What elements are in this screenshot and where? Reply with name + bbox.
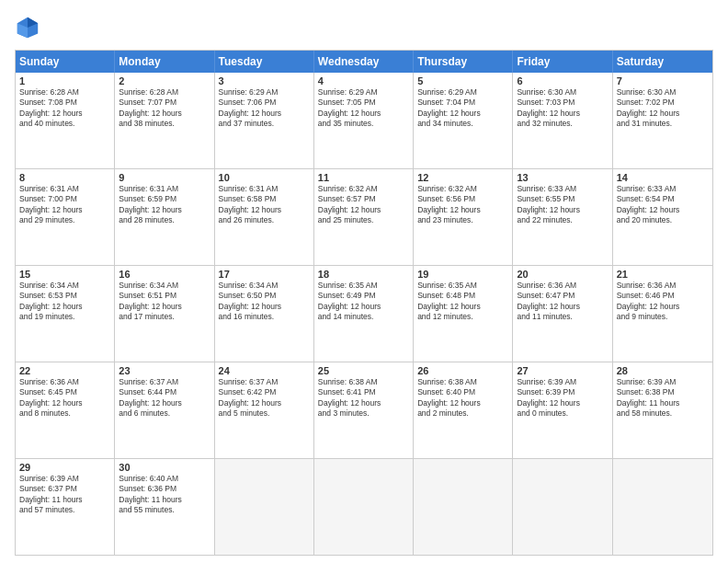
day-number: 12 xyxy=(417,172,508,183)
day-cell: 19Sunrise: 6:35 AM Sunset: 6:48 PM Dayli… xyxy=(414,266,513,362)
header xyxy=(15,15,713,40)
day-info: Sunrise: 6:38 AM Sunset: 6:41 PM Dayligh… xyxy=(318,377,409,419)
day-number: 13 xyxy=(517,172,608,183)
day-cell: 3Sunrise: 6:29 AM Sunset: 7:06 PM Daylig… xyxy=(215,73,314,168)
day-number: 22 xyxy=(19,365,110,376)
day-cell: 7Sunrise: 6:30 AM Sunset: 7:02 PM Daylig… xyxy=(613,73,712,168)
day-cell: 5Sunrise: 6:29 AM Sunset: 7:04 PM Daylig… xyxy=(414,73,513,168)
day-cell: 8Sunrise: 6:31 AM Sunset: 7:00 PM Daylig… xyxy=(16,169,115,265)
day-cell: 14Sunrise: 6:33 AM Sunset: 6:54 PM Dayli… xyxy=(613,169,712,265)
day-number: 6 xyxy=(517,75,608,86)
day-cell: 25Sunrise: 6:38 AM Sunset: 6:41 PM Dayli… xyxy=(314,362,414,458)
day-cell: 23Sunrise: 6:37 AM Sunset: 6:44 PM Dayli… xyxy=(115,362,214,458)
day-cell: 12Sunrise: 6:32 AM Sunset: 6:56 PM Dayli… xyxy=(414,169,513,265)
day-number: 28 xyxy=(617,365,709,376)
day-info: Sunrise: 6:31 AM Sunset: 6:58 PM Dayligh… xyxy=(219,184,310,226)
day-number: 7 xyxy=(617,75,709,86)
day-cell: 10Sunrise: 6:31 AM Sunset: 6:58 PM Dayli… xyxy=(215,169,314,265)
day-cell: 6Sunrise: 6:30 AM Sunset: 7:03 PM Daylig… xyxy=(513,73,612,168)
day-info: Sunrise: 6:36 AM Sunset: 6:47 PM Dayligh… xyxy=(517,281,608,323)
day-number: 11 xyxy=(318,172,409,183)
day-cell: 15Sunrise: 6:34 AM Sunset: 6:53 PM Dayli… xyxy=(16,266,115,362)
day-info: Sunrise: 6:34 AM Sunset: 6:51 PM Dayligh… xyxy=(119,281,210,323)
day-cell: 20Sunrise: 6:36 AM Sunset: 6:47 PM Dayli… xyxy=(513,266,612,362)
day-header: Friday xyxy=(513,51,612,73)
weeks-container: 1Sunrise: 6:28 AM Sunset: 7:08 PM Daylig… xyxy=(16,73,712,555)
day-info: Sunrise: 6:33 AM Sunset: 6:55 PM Dayligh… xyxy=(517,184,608,226)
week-row: 29Sunrise: 6:39 AM Sunset: 6:37 PM Dayli… xyxy=(16,459,712,555)
day-header: Saturday xyxy=(613,51,712,73)
day-cell: 13Sunrise: 6:33 AM Sunset: 6:55 PM Dayli… xyxy=(513,169,612,265)
day-cell: 16Sunrise: 6:34 AM Sunset: 6:51 PM Dayli… xyxy=(115,266,214,362)
day-number: 8 xyxy=(19,172,110,183)
day-number: 3 xyxy=(219,75,310,86)
day-cell xyxy=(414,459,513,555)
logo xyxy=(15,15,46,40)
day-cell: 28Sunrise: 6:39 AM Sunset: 6:38 PM Dayli… xyxy=(613,362,712,458)
day-info: Sunrise: 6:34 AM Sunset: 6:50 PM Dayligh… xyxy=(219,281,310,323)
page-container: SundayMondayTuesdayWednesdayThursdayFrid… xyxy=(0,0,728,563)
day-number: 1 xyxy=(19,75,110,86)
day-cell xyxy=(314,459,414,555)
day-number: 29 xyxy=(19,462,110,473)
day-info: Sunrise: 6:30 AM Sunset: 7:03 PM Dayligh… xyxy=(517,87,608,130)
day-info: Sunrise: 6:32 AM Sunset: 6:56 PM Dayligh… xyxy=(417,184,508,226)
day-cell: 30Sunrise: 6:40 AM Sunset: 6:36 PM Dayli… xyxy=(115,459,214,555)
day-info: Sunrise: 6:36 AM Sunset: 6:45 PM Dayligh… xyxy=(19,377,110,419)
day-number: 10 xyxy=(219,172,310,183)
day-info: Sunrise: 6:35 AM Sunset: 6:49 PM Dayligh… xyxy=(318,281,409,323)
day-cell: 27Sunrise: 6:39 AM Sunset: 6:39 PM Dayli… xyxy=(513,362,612,458)
day-number: 17 xyxy=(219,269,310,280)
day-info: Sunrise: 6:29 AM Sunset: 7:04 PM Dayligh… xyxy=(417,87,508,130)
day-info: Sunrise: 6:31 AM Sunset: 7:00 PM Dayligh… xyxy=(19,184,110,226)
day-cell: 4Sunrise: 6:29 AM Sunset: 7:05 PM Daylig… xyxy=(314,73,414,168)
day-cell: 26Sunrise: 6:38 AM Sunset: 6:40 PM Dayli… xyxy=(414,362,513,458)
day-cell: 9Sunrise: 6:31 AM Sunset: 6:59 PM Daylig… xyxy=(115,169,214,265)
day-number: 21 xyxy=(617,269,709,280)
day-number: 18 xyxy=(318,269,409,280)
week-row: 15Sunrise: 6:34 AM Sunset: 6:53 PM Dayli… xyxy=(16,266,712,362)
day-number: 23 xyxy=(119,365,210,376)
day-cell: 22Sunrise: 6:36 AM Sunset: 6:45 PM Dayli… xyxy=(16,362,115,458)
day-number: 4 xyxy=(318,75,409,86)
calendar: SundayMondayTuesdayWednesdayThursdayFrid… xyxy=(15,50,713,556)
day-number: 14 xyxy=(617,172,709,183)
day-info: Sunrise: 6:39 AM Sunset: 6:38 PM Dayligh… xyxy=(617,377,709,419)
day-cell xyxy=(513,459,612,555)
day-info: Sunrise: 6:35 AM Sunset: 6:48 PM Dayligh… xyxy=(417,281,508,323)
day-header: Tuesday xyxy=(215,51,314,73)
day-cell: 18Sunrise: 6:35 AM Sunset: 6:49 PM Dayli… xyxy=(314,266,414,362)
day-header: Sunday xyxy=(16,51,115,73)
day-cell: 1Sunrise: 6:28 AM Sunset: 7:08 PM Daylig… xyxy=(16,73,115,168)
day-number: 24 xyxy=(219,365,310,376)
day-headers: SundayMondayTuesdayWednesdayThursdayFrid… xyxy=(16,51,712,73)
day-info: Sunrise: 6:39 AM Sunset: 6:37 PM Dayligh… xyxy=(19,474,110,516)
week-row: 1Sunrise: 6:28 AM Sunset: 7:08 PM Daylig… xyxy=(16,73,712,169)
day-cell: 17Sunrise: 6:34 AM Sunset: 6:50 PM Dayli… xyxy=(215,266,314,362)
day-info: Sunrise: 6:40 AM Sunset: 6:36 PM Dayligh… xyxy=(119,474,210,516)
day-header: Monday xyxy=(115,51,214,73)
day-number: 27 xyxy=(517,365,608,376)
day-cell: 11Sunrise: 6:32 AM Sunset: 6:57 PM Dayli… xyxy=(314,169,414,265)
day-info: Sunrise: 6:38 AM Sunset: 6:40 PM Dayligh… xyxy=(417,377,508,419)
day-number: 19 xyxy=(417,269,508,280)
day-header: Thursday xyxy=(414,51,513,73)
day-info: Sunrise: 6:33 AM Sunset: 6:54 PM Dayligh… xyxy=(617,184,709,226)
day-info: Sunrise: 6:31 AM Sunset: 6:59 PM Dayligh… xyxy=(119,184,210,226)
day-cell: 21Sunrise: 6:36 AM Sunset: 6:46 PM Dayli… xyxy=(613,266,712,362)
day-info: Sunrise: 6:29 AM Sunset: 7:06 PM Dayligh… xyxy=(219,87,310,130)
day-info: Sunrise: 6:37 AM Sunset: 6:44 PM Dayligh… xyxy=(119,377,210,419)
day-info: Sunrise: 6:32 AM Sunset: 6:57 PM Dayligh… xyxy=(318,184,409,226)
day-cell xyxy=(215,459,314,555)
day-info: Sunrise: 6:39 AM Sunset: 6:39 PM Dayligh… xyxy=(517,377,608,419)
week-row: 8Sunrise: 6:31 AM Sunset: 7:00 PM Daylig… xyxy=(16,169,712,266)
day-number: 16 xyxy=(119,269,210,280)
day-number: 20 xyxy=(517,269,608,280)
day-number: 5 xyxy=(417,75,508,86)
logo-icon xyxy=(15,15,40,40)
day-cell: 24Sunrise: 6:37 AM Sunset: 6:42 PM Dayli… xyxy=(215,362,314,458)
day-info: Sunrise: 6:30 AM Sunset: 7:02 PM Dayligh… xyxy=(617,87,709,130)
day-info: Sunrise: 6:36 AM Sunset: 6:46 PM Dayligh… xyxy=(617,281,709,323)
day-cell: 2Sunrise: 6:28 AM Sunset: 7:07 PM Daylig… xyxy=(115,73,214,168)
day-cell xyxy=(613,459,712,555)
